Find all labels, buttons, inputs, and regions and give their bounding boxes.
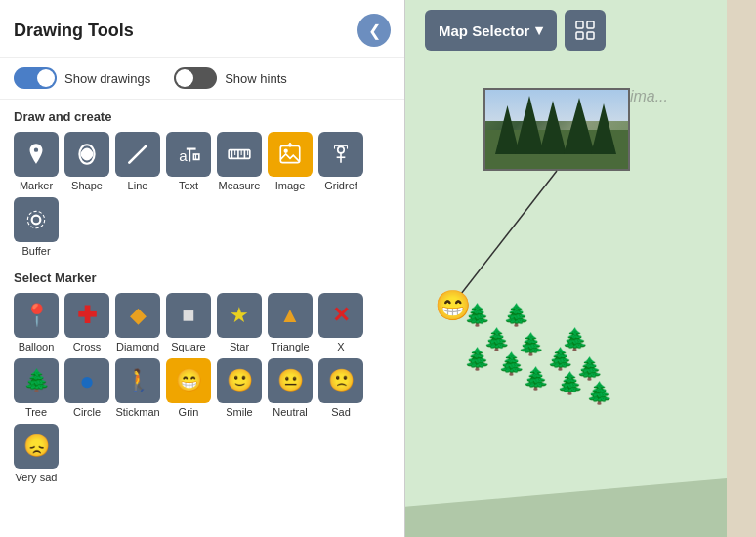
cross-button[interactable]: ✚ <box>64 293 109 338</box>
stickman-icon: 🚶 <box>125 368 151 393</box>
shape-button[interactable] <box>64 132 109 177</box>
marker-icon <box>23 142 49 167</box>
toggles-row: Show drawings Show hints <box>0 58 404 100</box>
marker-button[interactable] <box>14 132 59 177</box>
tree-marker-11: 🌲 <box>576 356 603 382</box>
grin-icon: 😁 <box>176 368 202 393</box>
sad-icon: 🙁 <box>328 368 355 393</box>
tree-marker-3: 🌲 <box>503 303 529 328</box>
tool-item-shape: Shape <box>64 132 109 191</box>
tool-item-marker: Marker <box>14 132 59 191</box>
smile-button[interactable]: 🙂 <box>217 358 262 403</box>
map-background <box>405 0 756 537</box>
tree-marker-7: 🌲 <box>523 366 549 392</box>
svg-rect-27 <box>576 32 583 39</box>
tool-item-very-sad: 😞 Very sad <box>14 424 59 483</box>
shape-icon <box>74 142 100 167</box>
very-sad-icon: 😞 <box>23 434 50 459</box>
text-button[interactable]: a <box>166 132 211 177</box>
sad-button[interactable]: 🙁 <box>318 358 363 403</box>
line-button[interactable] <box>115 132 160 177</box>
circle-button[interactable]: ● <box>64 358 109 403</box>
grin-button[interactable]: 😁 <box>166 358 211 403</box>
gridref-label: Gridref <box>324 180 357 191</box>
stickman-label: Stickman <box>115 406 159 418</box>
very-sad-button[interactable]: 😞 <box>14 424 59 469</box>
triangle-icon: ▲ <box>279 303 301 328</box>
tool-item-text: a Text <box>166 132 211 191</box>
marker-grid-row2: 🌲 Tree ● Circle 🚶 Stickman <box>14 358 391 418</box>
map-selector-button[interactable]: Map Selector ▾ <box>425 10 557 51</box>
panel-header: Drawing Tools ❮ <box>0 0 404 58</box>
star-label: Star <box>230 341 249 352</box>
show-drawings-toggle-group: Show drawings <box>14 67 150 89</box>
tool-item-diamond: ◆ Diamond <box>115 293 160 352</box>
draw-section: Draw and create Marker Shape <box>0 100 404 257</box>
measure-icon <box>227 142 252 167</box>
tree-label: Tree <box>25 406 47 418</box>
tool-item-grin: 😁 Grin <box>166 358 211 418</box>
smile-icon: 🙂 <box>227 368 253 393</box>
show-hints-label: Show hints <box>225 71 287 86</box>
tree-marker-1: 🌲 <box>464 303 490 328</box>
photo-thumbnail <box>483 88 630 171</box>
svg-rect-13 <box>280 145 300 162</box>
cross-icon: ✚ <box>77 302 97 329</box>
tree-marker-6: 🌲 <box>498 351 525 377</box>
image-button[interactable] <box>268 132 313 177</box>
cross-label: Cross <box>73 341 102 352</box>
stickman-button[interactable]: 🚶 <box>115 358 160 403</box>
show-drawings-toggle[interactable] <box>14 67 57 89</box>
draw-tools-grid: Marker Shape Line a Text <box>14 132 391 191</box>
square-label: Square <box>171 341 205 352</box>
buffer-button[interactable] <box>14 197 59 242</box>
tool-item-star: ★ Star <box>217 293 262 352</box>
triangle-button[interactable]: ▲ <box>268 293 313 338</box>
svg-point-14 <box>284 149 288 153</box>
tool-item-square: ■ Square <box>166 293 211 352</box>
map-toolbar: Map Selector ▾ <box>425 10 606 51</box>
grin-label: Grin <box>179 406 199 418</box>
map-right-edge <box>727 0 756 537</box>
tool-item-line: Line <box>115 132 160 191</box>
x-button[interactable]: ✕ <box>318 293 363 338</box>
marker-label: Marker <box>20 180 53 191</box>
shape-label: Shape <box>71 180 103 191</box>
tool-item-cross: ✚ Cross <box>64 293 109 352</box>
image-icon <box>277 142 303 167</box>
buffer-label: Buffer <box>21 245 50 257</box>
tree-button[interactable]: 🌲 <box>14 358 59 403</box>
tool-item-measure: Measure <box>217 132 262 191</box>
x-label: X <box>337 341 344 352</box>
diamond-label: Diamond <box>116 341 159 352</box>
gridref-button[interactable] <box>318 132 363 177</box>
buffer-icon <box>23 207 49 232</box>
measure-button[interactable] <box>217 132 262 177</box>
balloon-button[interactable]: 📍 <box>14 293 59 338</box>
map-content[interactable]: Digima... 😁 🌲 <box>405 0 756 537</box>
tree-marker-12: 🌲 <box>586 381 612 406</box>
grid-view-button[interactable] <box>565 10 606 51</box>
x-icon: ✕ <box>332 303 350 328</box>
star-button[interactable]: ★ <box>217 293 262 338</box>
line-icon <box>125 142 150 167</box>
text-icon: a <box>176 142 201 167</box>
line-label: Line <box>128 180 148 191</box>
diamond-button[interactable]: ◆ <box>115 293 160 338</box>
square-icon: ■ <box>182 303 194 328</box>
select-section-title: Select Marker <box>14 270 391 285</box>
tool-item-balloon: 📍 Balloon <box>14 293 59 352</box>
collapse-button[interactable]: ❮ <box>357 14 391 47</box>
show-drawings-label: Show drawings <box>64 71 150 86</box>
text-label: Text <box>179 180 198 191</box>
neutral-label: Neutral <box>273 406 307 418</box>
svg-rect-28 <box>587 32 594 39</box>
tree-marker-9: 🌲 <box>562 327 588 352</box>
tool-item-triangle: ▲ Triangle <box>268 293 313 352</box>
show-hints-toggle[interactable] <box>174 67 217 89</box>
square-button[interactable]: ■ <box>166 293 211 338</box>
neutral-button[interactable]: 😐 <box>268 358 313 403</box>
tool-item-image: Image <box>268 132 313 191</box>
map-selector-label: Map Selector <box>439 22 529 39</box>
measure-label: Measure <box>219 180 261 191</box>
